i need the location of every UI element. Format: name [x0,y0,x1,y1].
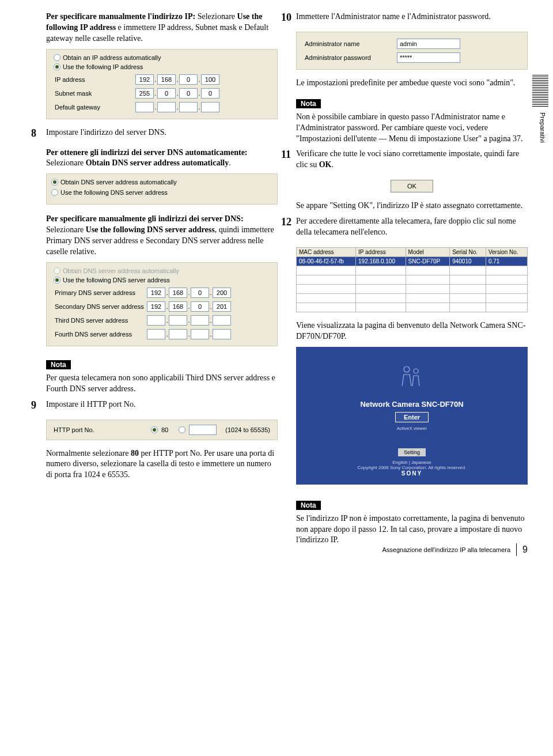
cell-model: SNC-DF70P [406,256,450,266]
radio-dns-auto2[interactable] [54,267,60,274]
enter-button[interactable]: Enter [395,412,429,422]
http-text: Normalmente selezionare 80 per HTTP port… [46,448,278,481]
gw3[interactable] [201,102,219,112]
footer-divider [516,543,517,556]
f2[interactable] [191,329,209,339]
applet-label: ActiveX viewer [306,426,517,431]
ip2[interactable] [179,74,198,85]
gw0[interactable] [135,102,154,112]
setting-button[interactable]: Setting [398,448,426,456]
camera-table: MAC address IP address Model Serial No. … [296,247,528,312]
nota-admin-text: Non è possibile cambiare in questo passo… [296,112,528,145]
sony-logo: SONY [306,470,517,477]
table-row[interactable] [297,266,528,275]
nota-dns-text: Per questa telecamera non sono applicabi… [46,373,278,395]
dns-manual-panel: Obtain DNS server address automatically … [46,262,278,346]
nota-label-3: Nota [296,501,321,510]
ip3[interactable] [201,74,219,85]
gw1[interactable] [157,102,176,112]
lang-links[interactable]: English | Japanese [306,460,517,465]
table-row[interactable] [297,275,528,284]
step-10-num: 10 [281,12,296,27]
welcome-panel: Network Camera SNC-DF70N Enter ActiveX v… [296,347,528,485]
gw2[interactable] [179,102,198,112]
ip-address-label: IP address [54,73,134,86]
radio-dns-auto-label: Obtain DNS server address automatically [60,179,177,186]
dns-manual-para: Per specificare manualmente gli indirizz… [46,214,278,258]
right-column: 10 Immettere l'Administrator name e l'Ad… [296,12,528,550]
people-icon [399,364,425,387]
sn1[interactable] [157,88,176,99]
t3[interactable] [213,315,231,326]
p1[interactable] [169,288,187,298]
admin-pw-input[interactable] [397,52,460,63]
gateway-label: Default gateway [54,100,134,114]
dns-auto-panel: Obtain DNS server address automatically … [46,173,278,205]
sn2[interactable] [179,88,198,99]
s1[interactable] [169,301,187,312]
radio-static-ip[interactable] [54,63,60,70]
table-row[interactable] [297,303,528,312]
ok-button[interactable]: OK [391,180,433,192]
p3[interactable] [213,288,231,298]
th-serial: Serial No. [450,247,486,256]
step-9-text: Impostare il HTTP port No. [46,399,278,410]
step-11-result: Se appare "Setting OK", l'indirizzo IP è… [296,201,528,211]
sn3[interactable] [201,88,219,99]
radio-dns-auto[interactable] [51,179,58,186]
radio-dns-manual[interactable] [51,189,58,196]
ip-panel: Obtain an IP address automatically Use t… [46,49,278,119]
admin-pw-label: Administrator password [304,51,396,65]
th-mac: MAC address [297,247,356,256]
footer: Assegnazione dell'indirizzo IP alla tele… [382,543,528,556]
port-range: (1024 to 65535) [225,426,270,433]
s3[interactable] [213,301,231,312]
radio-port-custom[interactable] [179,426,185,433]
cell-ip: 192.168.0.100 [356,256,406,266]
nota-label-1: Nota [46,360,71,369]
radio-dns-manual2[interactable] [54,277,60,284]
f3[interactable] [213,329,231,339]
radio-port-80[interactable] [151,426,158,433]
step-8-text: Impostare l'indirizzo del server DNS. [46,127,278,138]
ip0[interactable] [135,74,154,85]
t1[interactable] [169,315,187,326]
cell-ver: 0.71 [486,256,527,266]
t2[interactable] [191,315,209,326]
step-11-num: 11 [281,149,296,175]
fourth-dns-label: Fourth DNS server address [54,327,146,341]
s2[interactable] [191,301,209,312]
footer-text: Assegnazione dell'indirizzo IP alla tele… [382,546,510,553]
table-row[interactable] [297,293,528,303]
th-ip: IP address [356,247,406,256]
admin-name-input[interactable] [397,39,460,49]
radio-dns-manual2-label: Use the following DNS server address [63,277,170,284]
t0[interactable] [147,315,165,326]
step-8-num: 8 [31,127,46,143]
f0[interactable] [147,329,165,339]
radio-static-ip-label: Use the following IP address [63,63,143,70]
radio-obtain-ip[interactable] [54,54,60,61]
f1[interactable] [169,329,187,339]
ip1[interactable] [157,74,176,85]
radio-dns-auto2-label: Obtain DNS server address automatically [63,267,179,274]
nota-welcome-text: Se l'indirizzo IP non è impostato corret… [296,513,528,546]
step-12-num: 12 [281,216,296,243]
welcome-caption: Viene visualizzata la pagina di benvenut… [296,320,528,342]
side-tab: Preparativi [539,112,546,143]
http-panel: HTTP port No. 80 (1024 to 65535) [46,419,278,440]
svg-point-1 [414,369,418,373]
p0[interactable] [147,288,165,298]
step-12-text: Per accedere direttamente alla telecamer… [296,216,528,238]
port-custom-input[interactable] [189,425,217,435]
dns-auto-para: Per ottenere gli indirizzi dei server DN… [46,148,278,169]
p2[interactable] [191,288,209,298]
th-model: Model [406,247,450,256]
radio-obtain-ip-label: Obtain an IP address automatically [63,54,161,61]
table-row[interactable] [297,284,528,293]
sn0[interactable] [135,88,154,99]
side-decoration [532,75,548,107]
page-number: 9 [522,545,528,555]
table-row[interactable]: 08-00-46-f2-57-fb 192.168.0.100 SNC-DF70… [297,256,528,266]
s0[interactable] [147,301,165,312]
